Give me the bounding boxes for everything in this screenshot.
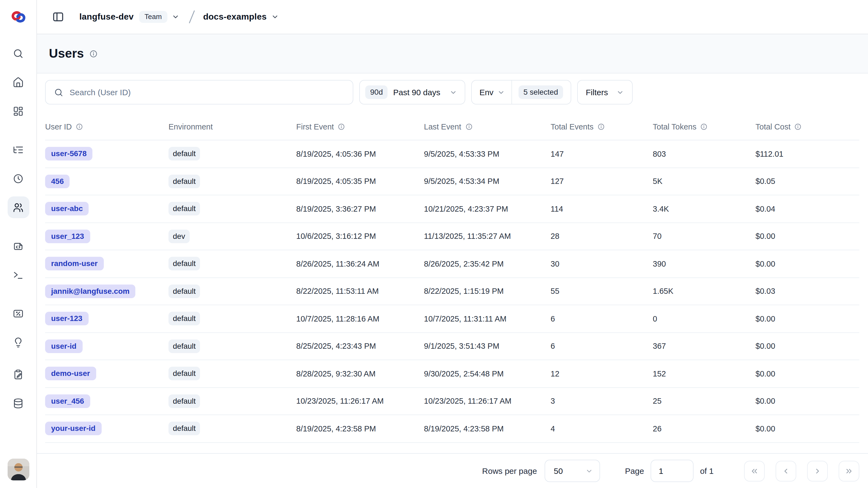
sidebar-item-home[interactable] [7,71,29,93]
first-event-cell: 8/26/2025, 11:36:24 AM [296,259,424,268]
filters-button[interactable]: Filters [577,80,633,105]
first-page-button[interactable] [744,461,765,481]
first-event-cell: 10/7/2025, 11:28:16 AM [296,314,424,323]
sidebar-item-playground[interactable] [7,264,29,286]
clipboard-pen-icon [12,369,24,380]
next-page-button[interactable] [807,461,828,481]
content: 90d Past 90 days Env 5 selected Filters [37,74,868,488]
org-switcher[interactable] [172,13,179,21]
chevrons-right-icon [845,466,853,475]
info-icon[interactable] [597,123,605,130]
table-row[interactable]: user_123 dev 10/6/2025, 3:16:12 PM 11/13… [45,223,859,250]
users-icon [12,202,24,213]
sidebar-item-evals[interactable] [7,331,29,353]
page-header: Users [37,34,868,74]
col-header-total-tokens: Total Tokens [653,122,755,131]
table-row[interactable]: your-user-id default 8/19/2025, 4:23:58 … [45,415,859,442]
environment-cell: default [168,340,296,353]
sidebar-item-search[interactable] [7,42,29,64]
user-avatar[interactable] [7,459,29,480]
env-label: Env [479,88,494,97]
page-number-input[interactable] [651,460,693,482]
total-tokens-cell: 367 [653,342,755,351]
total-events-cell: 28 [551,232,653,241]
sidebar-item-annotation[interactable] [7,364,29,385]
chevron-down-icon [497,88,505,96]
chevron-down-icon [450,88,457,96]
user-id-cell: your-user-id [45,422,168,435]
table-row[interactable]: user-id default 8/25/2025, 4:23:43 PM 9/… [45,333,859,360]
table-row[interactable]: random-user default 8/26/2025, 11:36:24 … [45,250,859,278]
table-row[interactable]: user-123 default 10/7/2025, 11:28:16 AM … [45,305,859,333]
total-tokens-cell: 3.4K [653,205,755,213]
table-row[interactable]: user-5678 default 8/19/2025, 4:05:36 PM … [45,140,859,168]
sidebar-item-sessions[interactable] [7,168,29,189]
info-icon[interactable] [75,123,83,130]
project-switcher[interactable] [271,13,279,21]
sidebar-item-tracing[interactable] [7,139,29,161]
user-id-badge[interactable]: demo-user [45,367,96,380]
environment-badge: default [168,202,200,216]
total-events-cell: 55 [551,287,653,296]
previous-page-button[interactable] [776,461,796,481]
table-header-row: User ID Environment First Event Last Eve… [45,113,859,140]
chevron-down-icon [585,467,593,475]
page-count-label: of 1 [700,466,714,476]
info-icon[interactable] [338,123,345,130]
langfuse-logo [9,8,27,26]
chevron-down-icon [172,13,179,21]
user-id-badge[interactable]: user-5678 [45,147,93,161]
environment-cell: default [168,147,296,161]
main-area: langfuse-dev Team docs-examples Users [37,0,868,488]
table-row[interactable]: user-abc default 8/19/2025, 3:36:27 PM 1… [45,195,859,223]
user-id-badge[interactable]: 456 [45,175,70,188]
last-page-button[interactable] [839,461,859,481]
sidebar-item-dashboards[interactable] [7,100,29,122]
user-id-badge[interactable]: user-id [45,340,82,353]
last-event-cell: 10/21/2025, 4:23:37 PM [424,205,551,213]
last-event-cell: 8/19/2025, 4:23:58 PM [424,424,551,433]
info-icon[interactable] [465,123,473,130]
table-row[interactable]: jannik@langfuse.com default 8/22/2025, 1… [45,278,859,305]
sidebar-toggle-button[interactable] [50,9,66,25]
user-id-badge[interactable]: jannik@langfuse.com [45,285,135,298]
environment-filter-button[interactable]: Env 5 selected [471,80,571,105]
sidebar-item-prompts[interactable] [7,235,29,257]
info-icon[interactable] [794,123,802,130]
user-id-badge[interactable]: user-123 [45,312,88,325]
sidebar-item-scores[interactable] [7,303,29,324]
total-tokens-cell: 390 [653,259,755,268]
total-events-cell: 4 [551,424,653,433]
org-name: langfuse-dev [80,12,134,22]
user-id-cell: 456 [45,175,168,188]
sidebar-item-users[interactable] [7,196,29,218]
user-id-badge[interactable]: user_123 [45,230,90,243]
user-id-badge[interactable]: your-user-id [45,422,101,435]
user-id-badge[interactable]: user_456 [45,395,90,408]
user-id-badge[interactable]: user-abc [45,202,89,216]
info-icon[interactable] [700,123,708,130]
total-cost-cell: $112.01 [755,150,859,158]
environment-badge: default [168,367,200,380]
environment-badge: default [168,340,200,353]
page-title-info-icon[interactable] [89,49,98,58]
list-tree-icon [12,144,24,155]
sidebar-item-datasets[interactable] [7,392,29,414]
breadcrumb: langfuse-dev Team docs-examples [80,9,279,25]
table-row[interactable]: 456 default 8/19/2025, 4:05:35 PM 9/5/20… [45,168,859,195]
date-range-shortcut-badge: 90d [365,85,388,99]
total-cost-cell: $0.00 [755,397,859,406]
table-row[interactable]: demo-user default 8/28/2025, 9:32:30 AM … [45,360,859,387]
avatar-photo [7,459,29,480]
last-event-cell: 8/22/2025, 1:15:19 PM [424,287,551,296]
table-row[interactable]: user_456 default 10/23/2025, 11:26:17 AM… [45,387,859,415]
first-event-cell: 8/19/2025, 4:23:58 PM [296,424,424,433]
info-icon [89,49,98,58]
rows-per-page-select[interactable]: 50 [545,460,600,482]
first-event-cell: 8/22/2025, 11:53:11 AM [296,287,424,296]
search-input[interactable] [69,88,353,97]
date-range-button[interactable]: 90d Past 90 days [359,80,465,105]
date-range-label: Past 90 days [393,88,440,97]
total-events-cell: 3 [551,397,653,406]
user-id-badge[interactable]: random-user [45,257,103,271]
